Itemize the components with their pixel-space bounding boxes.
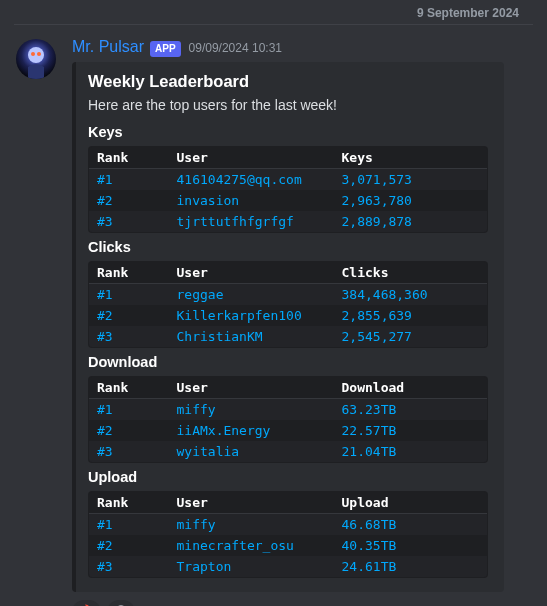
table-row: #3Trapton24.61TB	[89, 556, 488, 578]
leaderboard-table: RankUserUpload#1miffy46.68TB#2minecrafte…	[88, 491, 488, 578]
table-row: #3ChristianKM2,545,277	[89, 326, 488, 348]
user-cell[interactable]: Trapton	[169, 556, 334, 578]
embed-description: Here are the top users for the last week…	[88, 97, 488, 114]
table-row: #2invasion2,963,780	[89, 190, 488, 211]
value-cell[interactable]: 3,071,573	[334, 168, 488, 190]
svg-point-3	[37, 52, 41, 56]
value-cell[interactable]: 2,963,780	[334, 190, 488, 211]
rank-cell[interactable]: #1	[89, 398, 169, 420]
embed-title: Weekly Leaderboard	[88, 72, 488, 91]
embed: Weekly Leaderboard Here are the top user…	[72, 62, 504, 592]
rank-cell[interactable]: #2	[89, 420, 169, 441]
value-cell[interactable]: 2,889,878	[334, 211, 488, 233]
column-header: User	[169, 491, 334, 513]
table-row: #1miffy63.23TB	[89, 398, 488, 420]
user-cell[interactable]: iiAMx.Energy	[169, 420, 334, 441]
value-cell[interactable]: 22.57TB	[334, 420, 488, 441]
svg-point-1	[28, 47, 44, 63]
table-row: #2iiAMx.Energy22.57TB	[89, 420, 488, 441]
value-cell[interactable]: 46.68TB	[334, 513, 488, 535]
rank-cell[interactable]: #3	[89, 441, 169, 463]
date-divider: 9 September 2024	[14, 0, 533, 25]
user-cell[interactable]: invasion	[169, 190, 334, 211]
value-cell[interactable]: 2,545,277	[334, 326, 488, 348]
column-header: Upload	[334, 491, 488, 513]
column-header: Rank	[89, 491, 169, 513]
rank-cell[interactable]: #2	[89, 535, 169, 556]
reaction-bar: 🔥	[72, 600, 531, 606]
value-cell[interactable]: 21.04TB	[334, 441, 488, 463]
leaderboard-table: RankUserClicks#1reggae384,468,360#2Kille…	[88, 261, 488, 348]
value-cell[interactable]: 24.61TB	[334, 556, 488, 578]
table-row: #2minecrafter_osu40.35TB	[89, 535, 488, 556]
table-row: #3wyitalia21.04TB	[89, 441, 488, 463]
app-tag: APP	[150, 41, 181, 57]
table-row: #1reggae384,468,360	[89, 283, 488, 305]
user-cell[interactable]: minecrafter_osu	[169, 535, 334, 556]
rank-cell[interactable]: #3	[89, 211, 169, 233]
rank-cell[interactable]: #1	[89, 168, 169, 190]
message-body: Mr. Pulsar APP 09/09/2024 10:31 Weekly L…	[72, 37, 531, 606]
table-row: #3tjrttutfhfgrfgf2,889,878	[89, 211, 488, 233]
column-header: Rank	[89, 146, 169, 168]
message: Mr. Pulsar APP 09/09/2024 10:31 Weekly L…	[0, 35, 547, 606]
user-cell[interactable]: 416104275@qq.com	[169, 168, 334, 190]
user-cell[interactable]: miffy	[169, 398, 334, 420]
user-cell[interactable]: reggae	[169, 283, 334, 305]
leaderboard-table: RankUserKeys#1416104275@qq.com3,071,573#…	[88, 146, 488, 233]
table-row: #1miffy46.68TB	[89, 513, 488, 535]
avatar[interactable]	[16, 39, 56, 79]
table-row: #2Killerkarpfen1002,855,639	[89, 305, 488, 326]
rank-cell[interactable]: #2	[89, 190, 169, 211]
user-cell[interactable]: miffy	[169, 513, 334, 535]
section-title: Download	[88, 354, 488, 370]
column-header: User	[169, 261, 334, 283]
column-header: Keys	[334, 146, 488, 168]
rank-cell[interactable]: #1	[89, 513, 169, 535]
table-row: #1416104275@qq.com3,071,573	[89, 168, 488, 190]
value-cell[interactable]: 384,468,360	[334, 283, 488, 305]
username[interactable]: Mr. Pulsar	[72, 37, 144, 58]
add-reaction-button[interactable]	[107, 600, 135, 606]
column-header: Rank	[89, 376, 169, 398]
value-cell[interactable]: 2,855,639	[334, 305, 488, 326]
rank-cell[interactable]: #2	[89, 305, 169, 326]
rank-cell[interactable]: #1	[89, 283, 169, 305]
user-cell[interactable]: wyitalia	[169, 441, 334, 463]
rank-cell[interactable]: #3	[89, 556, 169, 578]
column-header: Rank	[89, 261, 169, 283]
value-cell[interactable]: 63.23TB	[334, 398, 488, 420]
svg-point-2	[31, 52, 35, 56]
user-cell[interactable]: ChristianKM	[169, 326, 334, 348]
rank-cell[interactable]: #3	[89, 326, 169, 348]
column-header: Download	[334, 376, 488, 398]
column-header: Clicks	[334, 261, 488, 283]
section-title: Clicks	[88, 239, 488, 255]
timestamp: 09/09/2024 10:31	[189, 41, 282, 57]
value-cell[interactable]: 40.35TB	[334, 535, 488, 556]
user-cell[interactable]: tjrttutfhfgrfgf	[169, 211, 334, 233]
message-header: Mr. Pulsar APP 09/09/2024 10:31	[72, 37, 531, 58]
leaderboard-table: RankUserDownload#1miffy63.23TB#2iiAMx.En…	[88, 376, 488, 463]
column-header: User	[169, 376, 334, 398]
section-title: Upload	[88, 469, 488, 485]
user-cell[interactable]: Killerkarpfen100	[169, 305, 334, 326]
section-title: Keys	[88, 124, 488, 140]
column-header: User	[169, 146, 334, 168]
reaction[interactable]: 🔥	[72, 600, 101, 606]
